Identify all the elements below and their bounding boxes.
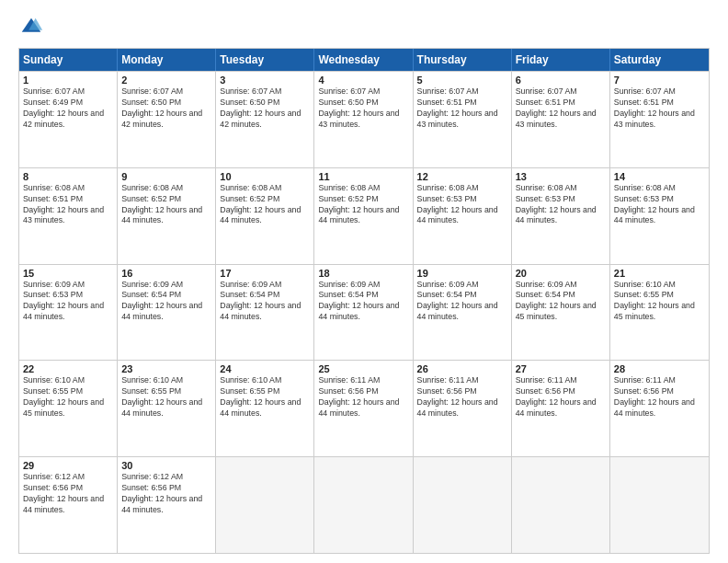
day-number: 5 bbox=[417, 75, 507, 86]
calendar-day-cell: 23Sunrise: 6:10 AMSunset: 6:55 PMDayligh… bbox=[118, 361, 216, 456]
day-info: Sunrise: 6:11 AMSunset: 6:56 PMDaylight:… bbox=[516, 375, 606, 419]
day-info: Sunrise: 6:11 AMSunset: 6:56 PMDaylight:… bbox=[614, 375, 705, 419]
day-info: Sunrise: 6:07 AMSunset: 6:50 PMDaylight:… bbox=[121, 86, 211, 131]
day-number: 2 bbox=[121, 75, 211, 86]
calendar-week: 29Sunrise: 6:12 AMSunset: 6:56 PMDayligh… bbox=[19, 456, 709, 553]
calendar-day-cell: 1Sunrise: 6:07 AMSunset: 6:49 PMDaylight… bbox=[19, 72, 118, 167]
calendar-week: 8Sunrise: 6:08 AMSunset: 6:51 PMDaylight… bbox=[19, 167, 709, 264]
calendar-day-cell: 3Sunrise: 6:07 AMSunset: 6:50 PMDaylight… bbox=[216, 72, 314, 167]
day-number: 11 bbox=[318, 171, 408, 182]
logo-icon bbox=[18, 15, 44, 40]
day-number: 16 bbox=[121, 268, 211, 279]
calendar-day-cell: 20Sunrise: 6:09 AMSunset: 6:54 PMDayligh… bbox=[512, 265, 610, 361]
calendar-day-cell: 16Sunrise: 6:09 AMSunset: 6:54 PMDayligh… bbox=[118, 265, 216, 361]
day-info: Sunrise: 6:10 AMSunset: 6:55 PMDaylight:… bbox=[121, 375, 211, 419]
day-info: Sunrise: 6:10 AMSunset: 6:55 PMDaylight:… bbox=[23, 375, 113, 419]
day-number: 25 bbox=[318, 363, 408, 374]
day-info: Sunrise: 6:08 AMSunset: 6:52 PMDaylight:… bbox=[318, 183, 408, 227]
calendar-body: 1Sunrise: 6:07 AMSunset: 6:49 PMDaylight… bbox=[19, 71, 709, 553]
day-number: 26 bbox=[417, 363, 507, 374]
calendar-day-cell: 28Sunrise: 6:11 AMSunset: 6:56 PMDayligh… bbox=[610, 361, 709, 456]
calendar-empty-cell bbox=[512, 457, 610, 553]
calendar-header: SundayMondayTuesdayWednesdayThursdayFrid… bbox=[19, 49, 709, 71]
day-number: 3 bbox=[220, 75, 310, 86]
calendar-day-cell: 11Sunrise: 6:08 AMSunset: 6:52 PMDayligh… bbox=[314, 168, 413, 264]
day-info: Sunrise: 6:12 AMSunset: 6:56 PMDaylight:… bbox=[23, 472, 113, 516]
day-info: Sunrise: 6:08 AMSunset: 6:51 PMDaylight:… bbox=[23, 183, 113, 227]
day-info: Sunrise: 6:08 AMSunset: 6:53 PMDaylight:… bbox=[614, 183, 705, 227]
calendar: SundayMondayTuesdayWednesdayThursdayFrid… bbox=[18, 48, 710, 554]
calendar-day-cell: 4Sunrise: 6:07 AMSunset: 6:50 PMDaylight… bbox=[314, 72, 413, 167]
calendar-day-cell: 21Sunrise: 6:10 AMSunset: 6:55 PMDayligh… bbox=[610, 265, 709, 361]
day-info: Sunrise: 6:09 AMSunset: 6:54 PMDaylight:… bbox=[318, 280, 408, 324]
day-number: 15 bbox=[23, 268, 113, 279]
day-number: 14 bbox=[614, 171, 705, 182]
calendar-day-cell: 6Sunrise: 6:07 AMSunset: 6:51 PMDaylight… bbox=[512, 72, 610, 167]
day-number: 20 bbox=[516, 268, 606, 279]
calendar-week: 1Sunrise: 6:07 AMSunset: 6:49 PMDaylight… bbox=[19, 71, 709, 167]
calendar-day-cell: 5Sunrise: 6:07 AMSunset: 6:51 PMDaylight… bbox=[414, 72, 512, 167]
day-number: 17 bbox=[220, 268, 310, 279]
day-info: Sunrise: 6:12 AMSunset: 6:56 PMDaylight:… bbox=[121, 472, 211, 516]
day-info: Sunrise: 6:10 AMSunset: 6:55 PMDaylight:… bbox=[220, 375, 310, 419]
calendar-header-cell: Tuesday bbox=[216, 49, 314, 71]
calendar-day-cell: 24Sunrise: 6:10 AMSunset: 6:55 PMDayligh… bbox=[216, 361, 314, 456]
calendar-empty-cell bbox=[414, 457, 512, 553]
calendar-day-cell: 26Sunrise: 6:11 AMSunset: 6:56 PMDayligh… bbox=[414, 361, 512, 456]
calendar-week: 15Sunrise: 6:09 AMSunset: 6:53 PMDayligh… bbox=[19, 264, 709, 361]
calendar-day-cell: 2Sunrise: 6:07 AMSunset: 6:50 PMDaylight… bbox=[118, 72, 216, 167]
day-info: Sunrise: 6:07 AMSunset: 6:49 PMDaylight:… bbox=[23, 86, 113, 131]
calendar-day-cell: 19Sunrise: 6:09 AMSunset: 6:54 PMDayligh… bbox=[414, 265, 512, 361]
calendar-header-cell: Sunday bbox=[19, 49, 118, 71]
calendar-week: 22Sunrise: 6:10 AMSunset: 6:55 PMDayligh… bbox=[19, 360, 709, 456]
calendar-header-cell: Wednesday bbox=[314, 49, 413, 71]
day-number: 19 bbox=[417, 268, 507, 279]
day-number: 1 bbox=[23, 75, 113, 86]
calendar-header-cell: Saturday bbox=[610, 49, 709, 71]
day-number: 8 bbox=[23, 171, 113, 182]
calendar-day-cell: 13Sunrise: 6:08 AMSunset: 6:53 PMDayligh… bbox=[512, 168, 610, 264]
day-info: Sunrise: 6:07 AMSunset: 6:51 PMDaylight:… bbox=[417, 86, 507, 131]
day-number: 9 bbox=[121, 171, 211, 182]
day-number: 21 bbox=[614, 268, 705, 279]
day-info: Sunrise: 6:08 AMSunset: 6:53 PMDaylight:… bbox=[516, 183, 606, 227]
day-number: 28 bbox=[614, 363, 705, 374]
day-number: 10 bbox=[220, 171, 310, 182]
day-info: Sunrise: 6:07 AMSunset: 6:50 PMDaylight:… bbox=[318, 86, 408, 131]
day-number: 12 bbox=[417, 171, 507, 182]
day-info: Sunrise: 6:09 AMSunset: 6:53 PMDaylight:… bbox=[23, 280, 113, 324]
day-info: Sunrise: 6:09 AMSunset: 6:54 PMDaylight:… bbox=[417, 280, 507, 324]
day-number: 7 bbox=[614, 75, 705, 86]
day-number: 18 bbox=[318, 268, 408, 279]
day-info: Sunrise: 6:08 AMSunset: 6:52 PMDaylight:… bbox=[121, 183, 211, 227]
header bbox=[18, 15, 710, 40]
day-info: Sunrise: 6:11 AMSunset: 6:56 PMDaylight:… bbox=[318, 375, 408, 419]
calendar-day-cell: 18Sunrise: 6:09 AMSunset: 6:54 PMDayligh… bbox=[314, 265, 413, 361]
day-number: 30 bbox=[121, 460, 211, 471]
calendar-header-cell: Friday bbox=[512, 49, 610, 71]
calendar-day-cell: 25Sunrise: 6:11 AMSunset: 6:56 PMDayligh… bbox=[314, 361, 413, 456]
calendar-day-cell: 8Sunrise: 6:08 AMSunset: 6:51 PMDaylight… bbox=[19, 168, 118, 264]
calendar-day-cell: 7Sunrise: 6:07 AMSunset: 6:51 PMDaylight… bbox=[610, 72, 709, 167]
day-info: Sunrise: 6:07 AMSunset: 6:51 PMDaylight:… bbox=[516, 86, 606, 131]
calendar-day-cell: 15Sunrise: 6:09 AMSunset: 6:53 PMDayligh… bbox=[19, 265, 118, 361]
page: SundayMondayTuesdayWednesdayThursdayFrid… bbox=[0, 0, 728, 563]
calendar-day-cell: 27Sunrise: 6:11 AMSunset: 6:56 PMDayligh… bbox=[512, 361, 610, 456]
calendar-day-cell: 12Sunrise: 6:08 AMSunset: 6:53 PMDayligh… bbox=[414, 168, 512, 264]
day-info: Sunrise: 6:09 AMSunset: 6:54 PMDaylight:… bbox=[121, 280, 211, 324]
day-info: Sunrise: 6:08 AMSunset: 6:52 PMDaylight:… bbox=[220, 183, 310, 227]
day-info: Sunrise: 6:11 AMSunset: 6:56 PMDaylight:… bbox=[417, 375, 507, 419]
calendar-header-cell: Monday bbox=[118, 49, 216, 71]
day-info: Sunrise: 6:10 AMSunset: 6:55 PMDaylight:… bbox=[614, 280, 705, 324]
calendar-day-cell: 17Sunrise: 6:09 AMSunset: 6:54 PMDayligh… bbox=[216, 265, 314, 361]
day-number: 27 bbox=[516, 363, 606, 374]
calendar-empty-cell bbox=[314, 457, 413, 553]
calendar-empty-cell bbox=[216, 457, 314, 553]
calendar-day-cell: 30Sunrise: 6:12 AMSunset: 6:56 PMDayligh… bbox=[118, 457, 216, 553]
day-number: 24 bbox=[220, 363, 310, 374]
day-number: 29 bbox=[23, 460, 113, 471]
calendar-day-cell: 9Sunrise: 6:08 AMSunset: 6:52 PMDaylight… bbox=[118, 168, 216, 264]
day-number: 23 bbox=[121, 363, 211, 374]
day-info: Sunrise: 6:08 AMSunset: 6:53 PMDaylight:… bbox=[417, 183, 507, 227]
calendar-day-cell: 10Sunrise: 6:08 AMSunset: 6:52 PMDayligh… bbox=[216, 168, 314, 264]
